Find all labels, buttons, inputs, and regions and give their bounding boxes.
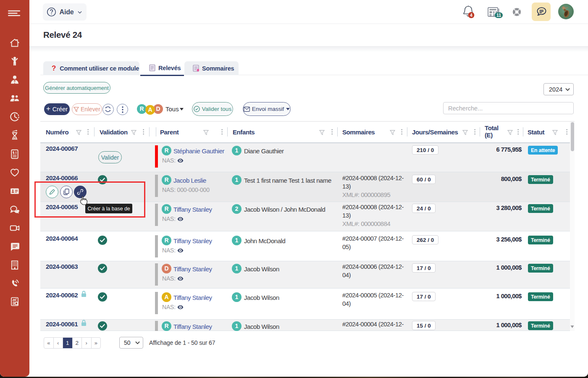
- svg-text:11: 11: [496, 13, 501, 18]
- svg-text:4: 4: [470, 13, 472, 18]
